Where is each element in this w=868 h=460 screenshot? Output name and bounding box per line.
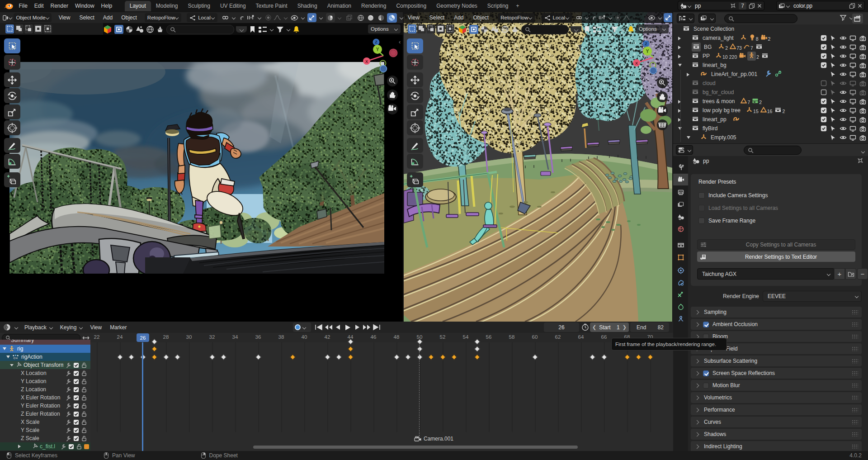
svg-text:Z: Z (375, 40, 377, 44)
svg-text:Y: Y (376, 47, 379, 52)
